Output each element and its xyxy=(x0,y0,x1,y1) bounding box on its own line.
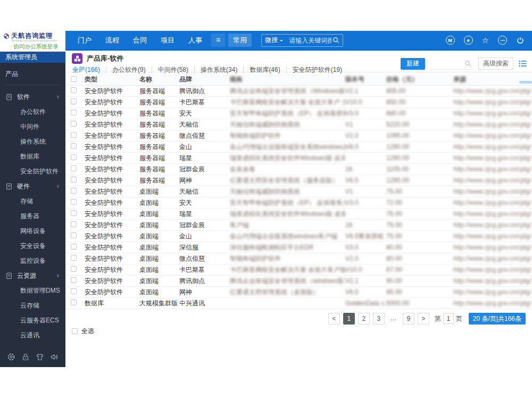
cell-brand: 冠群金辰 xyxy=(179,165,230,174)
sidebar-item-2-2[interactable]: 服务器 xyxy=(0,209,65,223)
cell-version: V10.0 xyxy=(345,266,386,273)
page-button-3[interactable]: 3 xyxy=(373,313,385,325)
row-checkbox[interactable] xyxy=(71,177,77,182)
sidebar-item-2-4[interactable]: 安全设备 xyxy=(0,238,65,253)
page-jump-input[interactable]: 1 xyxy=(443,313,454,324)
row-checkbox[interactable] xyxy=(71,98,77,104)
row-checkbox[interactable] xyxy=(71,210,77,216)
tab-6[interactable]: 安全防护软件(19) xyxy=(286,66,348,73)
row-checkbox[interactable] xyxy=(71,154,77,160)
sidebar-group-1[interactable]: 软件∨ xyxy=(0,89,65,104)
column-header-5[interactable]: 版本号 xyxy=(345,75,386,84)
column-header-2[interactable]: 名称 xyxy=(139,75,179,84)
cell-spec: 瑞星虚拟化系统安全软件Windows版·反病毒版 xyxy=(230,154,345,163)
global-search-input[interactable] xyxy=(288,36,332,45)
column-header-3[interactable]: 品牌 xyxy=(179,75,230,84)
row-checkbox[interactable] xyxy=(71,255,77,261)
sidebar-item-2-5[interactable]: 监控设备 xyxy=(0,253,65,268)
login-link[interactable]: · 协同办公系统登录 xyxy=(10,43,65,51)
tab-4[interactable]: 操作系统(34) xyxy=(194,66,243,73)
sidebar-item-2-1[interactable]: 存储 xyxy=(0,194,65,209)
row-checkbox[interactable] xyxy=(71,277,77,283)
row-checkbox[interactable] xyxy=(71,132,77,138)
service-icon[interactable]: e xyxy=(464,36,473,45)
row-checkbox[interactable] xyxy=(71,165,77,171)
column-header-1[interactable]: 类型 xyxy=(85,75,139,84)
row-checkbox[interactable] xyxy=(71,199,77,205)
table-row: 安全防护软件服务器端瑞星瑞星虚拟化系统安全软件Windows版·反病毒版1290… xyxy=(65,153,532,164)
cell-type: 数据库 xyxy=(85,299,139,308)
more-icon[interactable]: ⋯ xyxy=(498,36,507,45)
lock-icon[interactable] xyxy=(21,353,30,361)
row-checkbox[interactable] xyxy=(71,188,77,194)
row-checkbox[interactable] xyxy=(71,300,77,305)
row-checkbox[interactable] xyxy=(71,87,77,93)
row-checkbox[interactable] xyxy=(71,266,77,272)
row-checkbox[interactable] xyxy=(71,121,77,127)
cell-version: GoldenData s... xyxy=(345,300,386,307)
sidebar-item-1-1[interactable]: 办公软件 xyxy=(0,104,65,119)
row-checkbox[interactable] xyxy=(71,244,77,250)
nav-menu-button[interactable]: ≡ xyxy=(211,34,225,47)
nav-item-3[interactable]: 合同 xyxy=(126,34,154,47)
next-page-button[interactable]: > xyxy=(418,313,429,325)
tab-changyong[interactable]: 常用 xyxy=(228,34,252,47)
row-checkbox[interactable] xyxy=(71,288,77,294)
header-select-all-checkbox[interactable] xyxy=(71,76,77,82)
page-button-2[interactable]: 2 xyxy=(358,313,370,325)
sidebar-group-3[interactable]: 云资源∨ xyxy=(0,268,65,283)
sidebar-item-1-4[interactable]: 数据库 xyxy=(0,149,65,164)
prev-page-button[interactable]: < xyxy=(328,313,340,325)
settings-gear-icon[interactable] xyxy=(7,353,15,361)
cell-version: 16 xyxy=(345,221,386,229)
page-size-badge[interactable]: 20 条/页|共166条 xyxy=(469,313,526,325)
sidebar-item-2-3[interactable]: 网络设备 xyxy=(0,223,65,238)
sidebar-item-1-2[interactable]: 中间件 xyxy=(0,119,65,134)
row-checkbox[interactable] xyxy=(71,232,77,238)
favorites-star-icon[interactable]: ☆ xyxy=(482,36,489,45)
sidebar-item-1-5[interactable]: 安全防护软件 xyxy=(0,164,65,179)
horizontal-scrollbar-thumb[interactable] xyxy=(519,81,532,84)
sidebar-item-3-1[interactable]: 数据管理DMS xyxy=(0,283,65,298)
row-checkbox[interactable] xyxy=(71,143,77,149)
power-icon[interactable] xyxy=(516,36,525,45)
sidebar-group-2[interactable]: 硬件∨ xyxy=(0,179,65,194)
sidebar-section-product[interactable]: 产品 xyxy=(0,63,65,85)
cell-price: 95.00 xyxy=(386,288,453,296)
search-icon[interactable] xyxy=(464,60,471,67)
column-header-4[interactable]: 规格 xyxy=(230,75,345,84)
cell-source: http://www.zjcg.gov.cn/cjdg/ xyxy=(453,210,532,218)
search-icon[interactable] xyxy=(332,37,339,44)
sidebar-item-3-2[interactable]: 云存储 xyxy=(0,298,65,313)
sidebar-item-3-4[interactable]: 云通讯 xyxy=(0,328,65,343)
sidebar-item-3-3[interactable]: 云服务器ECS xyxy=(0,313,65,328)
column-header-6[interactable]: 价格（元） xyxy=(386,75,453,84)
cell-price: 1290.00 xyxy=(386,154,453,162)
nav-item-2[interactable]: 流程 xyxy=(98,34,126,47)
new-button[interactable]: 新建 xyxy=(401,58,425,70)
nav-item-4[interactable]: 项目 xyxy=(154,34,181,47)
tab-1[interactable]: 全部(166) xyxy=(72,66,106,73)
list-view-icon[interactable] xyxy=(519,60,527,67)
advanced-search-button[interactable]: 高级搜索 xyxy=(478,57,513,70)
tab-3[interactable]: 中间件(58) xyxy=(152,66,194,73)
cell-brand: 金山 xyxy=(179,232,230,241)
page-button-9[interactable]: 9 xyxy=(403,313,414,325)
im-icon[interactable]: M xyxy=(446,36,455,45)
page-button-1[interactable]: 1 xyxy=(343,313,355,325)
tab-5[interactable]: 数据库(46) xyxy=(243,66,286,73)
sound-icon[interactable] xyxy=(50,353,59,361)
cell-type: 安全防护软件 xyxy=(85,165,139,174)
sidebar-item-1-3[interactable]: 操作系统 xyxy=(0,134,65,149)
nav-item-5[interactable]: 人事 xyxy=(181,34,209,47)
theme-shirt-icon[interactable] xyxy=(36,353,44,361)
select-all-checkbox[interactable] xyxy=(72,328,78,334)
row-checkbox[interactable] xyxy=(71,221,77,227)
tab-2[interactable]: 办公软件(9) xyxy=(106,66,152,73)
filter-search-input[interactable] xyxy=(429,58,464,69)
nav-item-1[interactable]: 门户 xyxy=(71,34,98,47)
cell-spec: 天融信终端威胁防御系统 xyxy=(230,120,345,129)
cell-name: 桌面端 xyxy=(139,243,179,252)
search-scope-dropdown[interactable]: 微搜 xyxy=(265,36,278,45)
row-checkbox[interactable] xyxy=(71,110,77,115)
